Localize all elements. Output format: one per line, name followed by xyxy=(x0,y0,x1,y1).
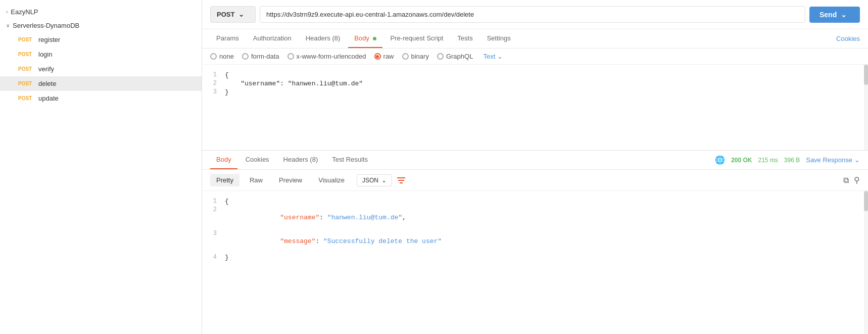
scrollbar-track[interactable] xyxy=(864,65,868,150)
line-number: 4 xyxy=(202,254,225,261)
tab-tests[interactable]: Tests xyxy=(451,29,478,48)
sidebar: › EazyNLP ∨ Serverless-DynamoDB POST reg… xyxy=(0,0,202,334)
sidebar-group-label: EazyNLP xyxy=(11,8,38,16)
sidebar-item-label: update xyxy=(38,94,59,102)
fmt-tab-pretty[interactable]: Pretty xyxy=(210,174,239,186)
radio-graphql[interactable]: GraphQL xyxy=(437,53,473,60)
response-section: Body Cookies Headers (8) Test Results 🌐 … xyxy=(202,151,868,334)
resp-tab-testresults[interactable]: Test Results xyxy=(326,151,374,169)
url-bar: POST ⌄ Send ⌄ xyxy=(202,0,868,29)
resp-scrollbar-thumb[interactable] xyxy=(864,191,868,211)
send-button[interactable]: Send ⌄ xyxy=(809,7,860,23)
resp-tab-body[interactable]: Body xyxy=(210,151,237,169)
radio-circle-formdata xyxy=(242,53,249,60)
radio-raw[interactable]: raw xyxy=(374,53,394,60)
response-time: 215 ms xyxy=(758,157,778,164)
sidebar-item-delete[interactable]: POST delete xyxy=(0,76,202,91)
copy-icon[interactable]: ⧉ xyxy=(843,176,849,185)
save-response-button[interactable]: Save Response ⌄ xyxy=(806,156,860,164)
response-code-viewer: 1 { 2 "username": "hanwen.liu@tum.de", 3… xyxy=(202,191,868,334)
radio-circle-graphql xyxy=(437,53,444,60)
method-chevron-icon: ⌄ xyxy=(238,11,244,18)
search-icon[interactable]: ⚲ xyxy=(854,175,860,185)
tab-settings[interactable]: Settings xyxy=(481,29,517,48)
sidebar-item-verify[interactable]: POST verify xyxy=(0,62,202,76)
tab-body-label: Body xyxy=(354,34,369,42)
format-chevron-icon: ⌄ xyxy=(497,53,503,60)
sidebar-item-register[interactable]: POST register xyxy=(0,32,202,47)
line-number: 2 xyxy=(202,80,225,87)
line-number: 3 xyxy=(202,88,225,96)
resp-code-line-4: 4 } xyxy=(202,253,868,262)
filter-icon[interactable] xyxy=(396,176,406,184)
method-select[interactable]: POST ⌄ xyxy=(210,6,256,23)
request-tabs: Params Authorization Headers (8) Body Pr… xyxy=(202,29,868,49)
cookies-link[interactable]: Cookies xyxy=(836,35,860,42)
response-tabs-bar: Body Cookies Headers (8) Test Results 🌐 … xyxy=(202,151,868,170)
method-badge-post: POST xyxy=(18,96,34,101)
resp-code-line-3: 3 "message": "Successfully delete the us… xyxy=(202,229,868,253)
main-panel: POST ⌄ Send ⌄ Params Authorization Heade… xyxy=(202,0,868,334)
tab-body[interactable]: Body xyxy=(348,29,382,48)
tab-headers[interactable]: Headers (8) xyxy=(300,29,347,48)
response-size: 396 B xyxy=(784,157,800,164)
resp-tab-cookies[interactable]: Cookies xyxy=(239,151,275,169)
resp-code-line-2: 2 "username": "hanwen.liu@tum.de", xyxy=(202,206,868,229)
radio-none[interactable]: none xyxy=(210,53,234,60)
radio-circle-urlencoded xyxy=(287,53,294,60)
sidebar-item-update[interactable]: POST update xyxy=(0,91,202,106)
code-line-2: 2 "username": "hanwen.liu@tum.de" xyxy=(202,79,868,88)
method-label: POST xyxy=(217,11,234,18)
line-number: 3 xyxy=(202,230,225,237)
resp-scrollbar-track[interactable] xyxy=(864,191,868,334)
json-type-dropdown[interactable]: JSON ⌄ xyxy=(357,174,392,186)
sidebar-group-serverless[interactable]: ∨ Serverless-DynamoDB xyxy=(0,19,202,32)
radio-circle-raw xyxy=(374,53,381,60)
radio-urlencoded[interactable]: x-www-form-urlencoded xyxy=(287,53,366,60)
fmt-tab-visualize[interactable]: Visualize xyxy=(312,174,351,186)
json-type-label: JSON xyxy=(362,177,378,184)
radio-circle-none xyxy=(210,53,217,60)
scrollbar-thumb[interactable] xyxy=(864,65,868,85)
method-badge-post: POST xyxy=(18,81,34,86)
chevron-down-icon: ∨ xyxy=(6,23,10,28)
json-key: "message" xyxy=(280,237,315,245)
response-meta: 🌐 200 OK 215 ms 396 B Save Response ⌄ xyxy=(715,155,860,165)
line-content: } xyxy=(225,254,229,261)
send-chevron-icon: ⌄ xyxy=(841,11,847,19)
save-response-chevron-icon: ⌄ xyxy=(854,156,860,164)
json-chevron-icon: ⌄ xyxy=(381,177,387,184)
line-content: "message": "Successfully delete the user… xyxy=(225,230,442,253)
resp-tab-headers[interactable]: Headers (8) xyxy=(277,151,324,169)
line-number: 1 xyxy=(202,198,225,205)
tab-authorization[interactable]: Authorization xyxy=(247,29,298,48)
radio-label-graphql: GraphQL xyxy=(446,53,473,60)
method-badge-post: POST xyxy=(18,37,34,42)
globe-icon: 🌐 xyxy=(715,155,725,165)
resp-code-line-1: 1 { xyxy=(202,197,868,206)
sidebar-item-label: delete xyxy=(38,80,56,87)
radio-circle-binary xyxy=(402,53,409,60)
line-number: 2 xyxy=(202,206,225,213)
request-code-editor[interactable]: 1 { 2 "username": "hanwen.liu@tum.de" 3 … xyxy=(202,65,868,151)
fmt-tab-raw[interactable]: Raw xyxy=(244,174,269,186)
format-dropdown[interactable]: Text ⌄ xyxy=(483,53,503,60)
sidebar-item-login[interactable]: POST login xyxy=(0,47,202,62)
url-input[interactable] xyxy=(260,6,805,23)
line-content: "username": "hanwen.liu@tum.de", xyxy=(225,206,406,229)
tab-params[interactable]: Params xyxy=(210,29,245,48)
chevron-right-icon: › xyxy=(6,9,8,15)
tab-prerequest[interactable]: Pre-request Script xyxy=(384,29,450,48)
fmt-tab-preview[interactable]: Preview xyxy=(273,174,308,186)
json-key: "username" xyxy=(280,214,319,221)
line-content: "username": "hanwen.liu@tum.de" xyxy=(225,80,363,87)
status-badge: 200 OK xyxy=(731,157,752,164)
sidebar-group-eazylp[interactable]: › EazyNLP xyxy=(0,5,202,19)
radio-label-none: none xyxy=(219,53,234,60)
body-options: none form-data x-www-form-urlencoded raw… xyxy=(202,49,868,65)
radio-formdata[interactable]: form-data xyxy=(242,53,279,60)
save-response-label: Save Response xyxy=(806,156,852,164)
line-content: { xyxy=(225,71,229,79)
radio-binary[interactable]: binary xyxy=(402,53,429,60)
line-content: } xyxy=(225,88,229,96)
